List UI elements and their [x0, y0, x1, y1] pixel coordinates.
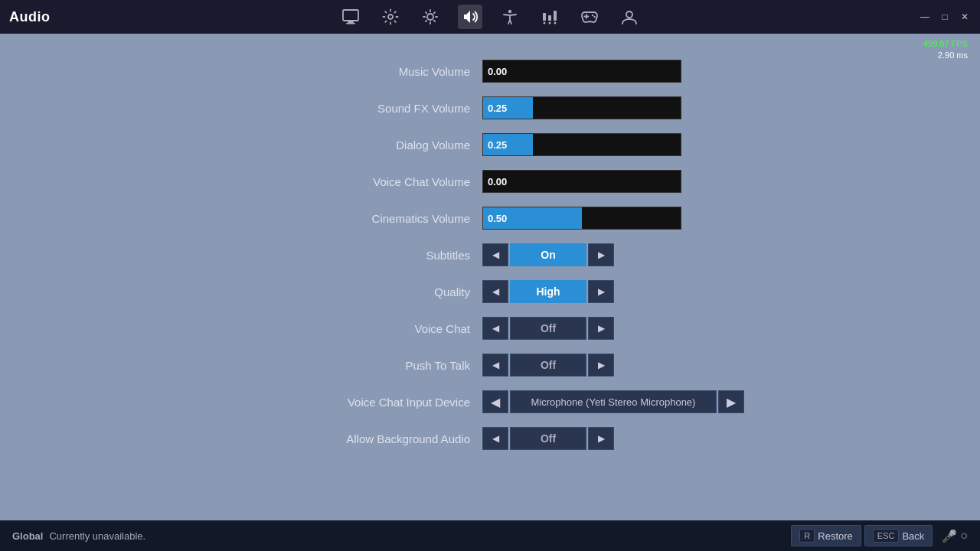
svg-point-5: [508, 10, 511, 13]
main-content: Music Volume0.00Sound FX Volume0.25Dialo…: [0, 34, 980, 484]
label-push-to-talk: Push To Talk: [222, 359, 482, 372]
toggle-right-quality[interactable]: ▶: [588, 280, 614, 303]
toggle-push-to-talk: ◀Off▶: [482, 354, 614, 377]
bottom-bar: Global Currently unavailable. R Restore …: [0, 520, 980, 551]
setting-row-voice-chat-input-device: Voice Chat Input Device◀Microphone (Yeti…: [222, 387, 758, 416]
device-name-voice-chat-input-device: Microphone (Yeti Stereo Microphone): [510, 390, 717, 413]
bottom-actions: R Restore ESC Back 🎤 ○: [791, 525, 968, 546]
restore-label: Restore: [818, 530, 853, 542]
global-label: Global: [12, 530, 43, 542]
fps-value: 499.87 FPS: [923, 38, 968, 50]
label-allow-background-audio: Allow Background Audio: [222, 432, 482, 445]
headphone-icon: ○: [960, 529, 968, 543]
microphone-icon: 🎤: [942, 529, 957, 543]
nav-audio-icon[interactable]: [458, 5, 482, 29]
toggle-right-allow-background-audio[interactable]: ▶: [588, 427, 614, 450]
toggle-left-allow-background-audio[interactable]: ◀: [482, 427, 508, 450]
setting-row-sound-fx-volume: Sound FX Volume0.25: [222, 93, 758, 122]
svg-rect-8: [554, 11, 557, 21]
slider-value-cinematics-volume: 0.50: [488, 213, 507, 224]
toggle-value-voice-chat: Off: [510, 317, 586, 340]
control-cinematics-volume: 0.50: [482, 207, 758, 230]
slider-value-music-volume: 0.00: [488, 66, 507, 77]
nav-icons: [338, 5, 642, 29]
label-voice-chat-input-device: Voice Chat Input Device: [222, 396, 482, 409]
toggle-value-quality: High: [510, 280, 586, 303]
toggle-left-voice-chat[interactable]: ◀: [482, 317, 508, 340]
nav-display-icon[interactable]: [338, 5, 363, 29]
label-sound-fx-volume: Sound FX Volume: [222, 102, 482, 115]
svg-rect-2: [346, 23, 355, 24]
setting-row-music-volume: Music Volume0.00: [222, 57, 758, 86]
svg-point-10: [549, 22, 551, 24]
toggle-right-subtitles[interactable]: ▶: [588, 243, 614, 266]
slider-value-sound-fx-volume: 0.25: [488, 103, 507, 114]
svg-point-9: [544, 22, 546, 24]
device-left-voice-chat-input-device[interactable]: ◀: [482, 390, 508, 413]
toggle-left-push-to-talk[interactable]: ◀: [482, 354, 508, 377]
toggle-value-subtitles: On: [510, 243, 586, 266]
back-button[interactable]: ESC Back: [864, 525, 933, 546]
label-subtitles: Subtitles: [222, 249, 482, 262]
control-allow-background-audio: ◀Off▶: [482, 427, 758, 450]
control-dialog-volume: 0.25: [482, 133, 758, 156]
control-voice-chat: ◀Off▶: [482, 317, 758, 340]
title-bar-left: Audio: [9, 9, 51, 25]
setting-row-cinematics-volume: Cinematics Volume0.50: [222, 204, 758, 233]
nav-network-icon[interactable]: [537, 5, 562, 29]
nav-brightness-icon[interactable]: [418, 5, 443, 29]
ms-value: 2.90 ms: [923, 50, 968, 61]
svg-rect-7: [548, 15, 551, 21]
svg-rect-6: [543, 13, 546, 21]
control-push-to-talk: ◀Off▶: [482, 354, 758, 377]
window-controls: — □ ✕: [919, 11, 971, 23]
toggle-value-allow-background-audio: Off: [510, 427, 586, 450]
nav-profile-icon[interactable]: [617, 5, 642, 29]
nav-accessibility-icon[interactable]: [498, 5, 522, 29]
setting-row-quality: Quality◀High▶: [222, 277, 758, 306]
control-voice-chat-volume: 0.00: [482, 170, 758, 193]
status-text: Currently unavailable.: [49, 530, 145, 542]
svg-rect-0: [343, 10, 358, 21]
svg-point-11: [554, 22, 557, 24]
setting-row-allow-background-audio: Allow Background Audio◀Off▶: [222, 424, 758, 453]
maximize-button[interactable]: □: [939, 11, 951, 23]
control-voice-chat-input-device: ◀Microphone (Yeti Stereo Microphone)▶: [482, 390, 758, 413]
fps-counter: 499.87 FPS 2.90 ms: [923, 38, 968, 62]
control-sound-fx-volume: 0.25: [482, 96, 758, 119]
control-subtitles: ◀On▶: [482, 243, 758, 266]
toggle-right-push-to-talk[interactable]: ▶: [588, 354, 614, 377]
toggle-left-quality[interactable]: ◀: [482, 280, 508, 303]
nav-controller-icon[interactable]: [577, 5, 602, 29]
svg-point-13: [593, 16, 595, 18]
toggle-value-push-to-talk: Off: [510, 354, 586, 377]
slider-value-voice-chat-volume: 0.00: [488, 176, 507, 187]
svg-point-14: [626, 11, 632, 18]
settings-container: Music Volume0.00Sound FX Volume0.25Dialo…: [222, 57, 758, 461]
device-right-voice-chat-input-device[interactable]: ▶: [718, 390, 744, 413]
label-cinematics-volume: Cinematics Volume: [222, 212, 482, 225]
label-quality: Quality: [222, 285, 482, 298]
setting-row-voice-chat-volume: Voice Chat Volume0.00: [222, 167, 758, 196]
slider-music-volume[interactable]: 0.00: [482, 60, 681, 83]
slider-sound-fx-volume[interactable]: 0.25: [482, 96, 681, 119]
toggle-left-subtitles[interactable]: ◀: [482, 243, 508, 266]
nav-settings-icon[interactable]: [378, 5, 403, 29]
control-music-volume: 0.00: [482, 60, 758, 83]
control-quality: ◀High▶: [482, 280, 758, 303]
toggle-right-voice-chat[interactable]: ▶: [588, 317, 614, 340]
restore-button[interactable]: R Restore: [791, 525, 861, 546]
svg-point-4: [427, 14, 433, 20]
back-key: ESC: [873, 529, 900, 543]
slider-cinematics-volume[interactable]: 0.50: [482, 207, 681, 230]
restore-key: R: [799, 529, 815, 543]
slider-voice-chat-volume[interactable]: 0.00: [482, 170, 681, 193]
minimize-button[interactable]: —: [919, 11, 931, 23]
setting-row-voice-chat: Voice Chat◀Off▶: [222, 314, 758, 343]
svg-point-3: [388, 15, 393, 19]
setting-row-dialog-volume: Dialog Volume0.25: [222, 130, 758, 159]
close-button[interactable]: ✕: [959, 11, 971, 23]
back-label: Back: [902, 530, 924, 542]
slider-dialog-volume[interactable]: 0.25: [482, 133, 681, 156]
toggle-voice-chat: ◀Off▶: [482, 317, 614, 340]
